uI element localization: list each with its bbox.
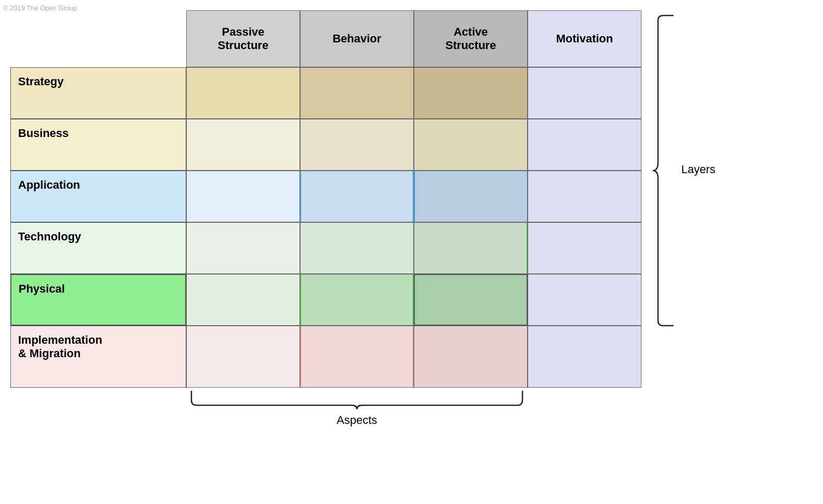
header-passive-structure: Passive Structure	[186, 10, 300, 67]
cell-impl-motivation	[528, 326, 641, 388]
row-label-application: Application	[10, 171, 186, 222]
cell-application-motivation	[528, 171, 641, 222]
copyright-text: © 2019 The Open Group	[3, 4, 77, 12]
cell-technology-passive	[186, 222, 300, 274]
row-label-physical: Physical	[10, 274, 186, 326]
row-label-strategy: Strategy	[10, 67, 186, 119]
cell-business-behavior	[300, 119, 414, 171]
cell-technology-active	[414, 222, 528, 274]
table-row-physical	[186, 274, 641, 326]
table-row-application	[186, 171, 641, 222]
cell-strategy-motivation	[528, 67, 641, 119]
row-labels-column: Strategy Business Application Technology…	[10, 67, 186, 388]
behavior-label: Behavior	[333, 32, 381, 45]
row-label-business: Business	[10, 119, 186, 171]
row-label-impl: Implementation & Migration	[10, 326, 186, 388]
cell-physical-motivation	[528, 274, 641, 326]
technology-label-text: Technology	[18, 230, 81, 243]
data-rows	[186, 67, 641, 388]
cell-physical-active	[414, 274, 528, 326]
bottom-brace-container: Aspects	[186, 390, 528, 427]
cell-strategy-active	[414, 67, 528, 119]
cell-strategy-behavior	[300, 67, 414, 119]
cell-business-active	[414, 119, 528, 171]
aspects-brace-svg	[186, 390, 528, 410]
right-brace-container	[648, 10, 679, 331]
cell-physical-behavior	[300, 274, 414, 326]
layers-brace-svg	[648, 10, 679, 331]
header-active-structure: Active Structure	[414, 10, 528, 67]
header-row: Passive Structure Behavior Active Struct…	[10, 10, 641, 67]
rows-section: Strategy Business Application Technology…	[10, 67, 641, 388]
left-section: Passive Structure Behavior Active Struct…	[10, 10, 641, 427]
cell-strategy-passive	[186, 67, 300, 119]
table-row-business	[186, 119, 641, 171]
row-label-technology: Technology	[10, 222, 186, 274]
passive-structure-label: Passive Structure	[218, 25, 268, 52]
application-label-text: Application	[18, 178, 80, 192]
main-layout: Passive Structure Behavior Active Struct…	[10, 10, 823, 427]
business-label-text: Business	[18, 127, 69, 140]
cell-application-active	[414, 171, 528, 222]
table-row-technology	[186, 222, 641, 274]
bottom-area: Aspects	[10, 390, 641, 427]
strategy-label-text: Strategy	[18, 75, 64, 88]
cell-impl-passive	[186, 326, 300, 388]
cell-impl-behavior	[300, 326, 414, 388]
table-row-impl	[186, 326, 641, 388]
cell-technology-behavior	[300, 222, 414, 274]
physical-label-text: Physical	[19, 282, 65, 296]
table-row-strategy	[186, 67, 641, 119]
cell-impl-active	[414, 326, 528, 388]
layers-label: Layers	[681, 163, 715, 176]
motivation-label: Motivation	[556, 32, 613, 45]
cell-physical-passive	[186, 274, 300, 326]
cell-application-passive	[186, 171, 300, 222]
cell-technology-motivation	[528, 222, 641, 274]
aspects-label: Aspects	[337, 414, 377, 427]
active-structure-label: Active Structure	[445, 25, 496, 52]
header-motivation: Motivation	[528, 10, 641, 67]
cell-business-motivation	[528, 119, 641, 171]
corner-spacer	[10, 10, 186, 67]
impl-label-text: Implementation & Migration	[18, 333, 102, 360]
header-behavior: Behavior	[300, 10, 414, 67]
cell-business-passive	[186, 119, 300, 171]
cell-application-behavior	[300, 171, 414, 222]
